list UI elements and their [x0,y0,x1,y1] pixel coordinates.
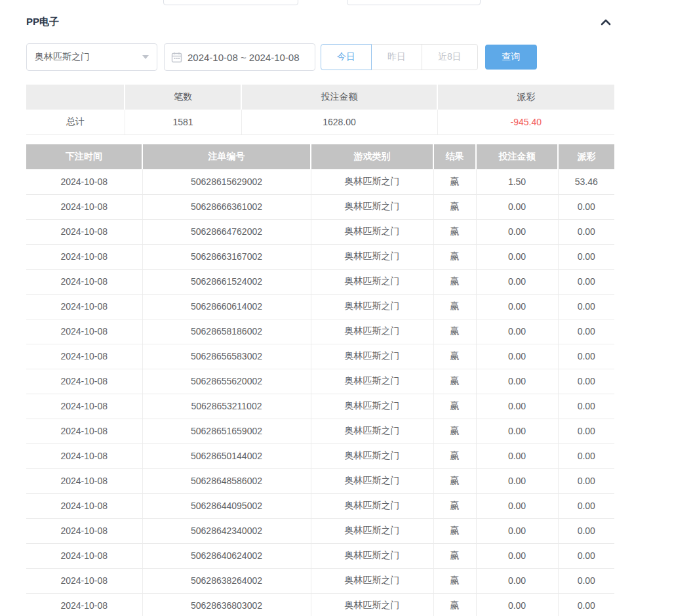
game-select[interactable]: 奥林匹斯之门 [26,43,157,71]
table-cell: 奥林匹斯之门 [311,468,433,493]
table-cell: 0.00 [476,468,558,493]
table-cell: 奥林匹斯之门 [311,194,433,219]
table-cell: 奥林匹斯之门 [311,419,433,443]
table-cell: 0.00 [558,394,614,419]
table-row: 2024-10-0850628642340002奥林匹斯之门赢0.000.00 [26,518,614,543]
table-cell: 赢 [433,269,476,294]
summary-total-row: 总计 1581 1628.00 -945.40 [26,110,614,134]
table-cell: 0.00 [476,244,558,269]
table-row: 2024-10-0850628661524002奥林匹斯之门赢0.000.00 [26,269,614,294]
table-cell: 0.00 [476,419,558,443]
chevron-up-icon [600,18,612,28]
table-row: 2024-10-0850628651659002奥林匹斯之门赢0.000.00 [26,419,614,443]
bets-table-body: 2024-10-0850628615629002奥林匹斯之门赢1.5053.46… [26,169,614,616]
table-cell: 50628636803002 [142,593,311,616]
table-row: 2024-10-0850628660614002奥林匹斯之门赢0.000.00 [26,294,614,319]
bets-table: 下注时间 注单编号 游戏类别 结果 投注金额 派彩 2024-10-085062… [26,144,614,616]
table-row: 2024-10-0850628650144002奥林匹斯之门赢0.000.00 [26,443,614,468]
table-cell: 赢 [433,419,476,443]
table-cell: 0.00 [476,219,558,244]
filter-toolbar: 奥林匹斯之门 2024-10-08 ~ 2024-10-08 今日 昨日 近8日… [26,43,537,71]
collapse-panel-button[interactable] [597,17,614,28]
table-cell: 0.00 [476,568,558,593]
table-cell: 2024-10-08 [26,568,142,593]
table-cell: 0.00 [558,518,614,543]
table-cell: 2024-10-08 [26,244,142,269]
table-row: 2024-10-0850628640624002奥林匹斯之门赢0.000.00 [26,543,614,568]
bets-header-row: 下注时间 注单编号 游戏类别 结果 投注金额 派彩 [26,144,614,169]
table-cell: 赢 [433,244,476,269]
table-row: 2024-10-0850628638264002奥林匹斯之门赢0.000.00 [26,568,614,593]
table-row: 2024-10-0850628663167002奥林匹斯之门赢0.000.00 [26,244,614,269]
summary-total-count: 1581 [125,110,241,134]
table-cell: 赢 [433,194,476,219]
summary-header-row: 笔数 投注金额 派彩 [26,85,614,110]
table-cell: 奥林匹斯之门 [311,344,433,369]
table-cell: 50628666361002 [142,194,311,219]
table-cell: 50628660614002 [142,294,311,319]
table-cell: 0.00 [558,568,614,593]
table-cell: 0.00 [558,493,614,518]
search-button[interactable]: 查询 [485,45,537,70]
table-cell: 赢 [433,294,476,319]
table-cell: 2024-10-08 [26,394,142,419]
table-cell: 赢 [433,344,476,369]
table-cell: 赢 [433,593,476,616]
cropped-input-above-right[interactable] [347,0,481,5]
table-cell: 0.00 [476,394,558,419]
header-bet-id: 注单编号 [142,144,311,169]
table-cell: 2024-10-08 [26,543,142,568]
table-cell: 2024-10-08 [26,369,142,394]
table-cell: 奥林匹斯之门 [311,294,433,319]
table-row: 2024-10-0850628656583002奥林匹斯之门赢0.000.00 [26,344,614,369]
table-cell: 50628655620002 [142,369,311,394]
table-cell: 0.00 [558,543,614,568]
summary-table: 笔数 投注金额 派彩 总计 1581 1628.00 -945.40 [26,85,614,135]
table-cell: 2024-10-08 [26,269,142,294]
table-cell: 赢 [433,468,476,493]
cropped-input-above-left[interactable] [163,0,298,5]
table-cell: 赢 [433,169,476,194]
table-cell: 0.00 [558,419,614,443]
table-cell: 0.00 [558,468,614,493]
table-cell: 2024-10-08 [26,344,142,369]
yesterday-button[interactable]: 昨日 [371,44,422,70]
table-cell: 奥林匹斯之门 [311,518,433,543]
table-cell: 0.00 [558,443,614,468]
table-cell: 0.00 [476,543,558,568]
table-cell: 0.00 [476,369,558,394]
table-cell: 奥林匹斯之门 [311,319,433,344]
table-cell: 2024-10-08 [26,194,142,219]
summary-header-bet-amount: 投注金额 [241,85,437,110]
header-game-category: 游戏类别 [311,144,433,169]
game-select-value: 奥林匹斯之门 [35,51,90,63]
table-cell: 奥林匹斯之门 [311,568,433,593]
table-cell: 奥林匹斯之门 [311,443,433,468]
summary-header-blank [26,85,125,110]
table-cell: 赢 [433,219,476,244]
table-cell: 50628653211002 [142,394,311,419]
table-cell: 赢 [433,394,476,419]
table-cell: 53.46 [558,169,614,194]
panel-title: PP电子 [26,16,59,28]
table-cell: 0.00 [558,269,614,294]
table-cell: 0.00 [558,294,614,319]
table-row: 2024-10-0850628664762002奥林匹斯之门赢0.000.00 [26,219,614,244]
table-cell: 50628638264002 [142,568,311,593]
date-range-input[interactable]: 2024-10-08 ~ 2024-10-08 [164,43,315,71]
table-cell: 2024-10-08 [26,493,142,518]
table-cell: 0.00 [558,194,614,219]
table-row: 2024-10-0850628648586002奥林匹斯之门赢0.000.00 [26,468,614,493]
today-button[interactable]: 今日 [321,44,372,70]
table-cell: 2024-10-08 [26,219,142,244]
last-8-days-button[interactable]: 近8日 [422,44,478,70]
table-cell: 2024-10-08 [26,319,142,344]
quick-range-button-group: 今日 昨日 近8日 [321,44,478,70]
table-row: 2024-10-0850628653211002奥林匹斯之门赢0.000.00 [26,394,614,419]
header-result: 结果 [433,144,476,169]
table-cell: 50628640624002 [142,543,311,568]
caret-down-icon [142,55,149,59]
calendar-icon [171,52,182,63]
table-cell: 50628651659002 [142,419,311,443]
summary-total-label: 总计 [26,110,125,134]
